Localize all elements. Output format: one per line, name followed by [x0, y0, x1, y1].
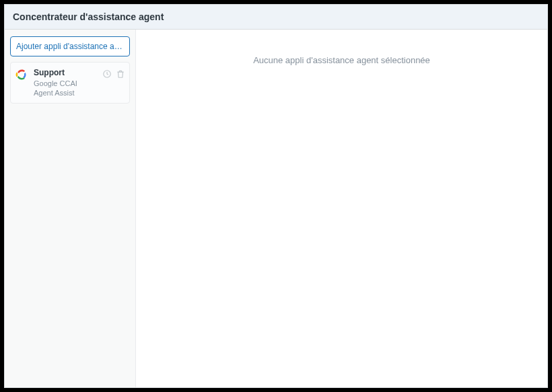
google-cloud-icon	[15, 69, 27, 81]
sidebar: Ajouter appli d'assistance ag... Support…	[5, 30, 136, 387]
panel-body: Ajouter appli d'assistance ag... Support…	[5, 30, 547, 387]
list-item-actions	[102, 69, 125, 79]
history-icon[interactable]	[102, 69, 112, 79]
trash-icon[interactable]	[116, 69, 125, 79]
outer-frame: Concentrateur d'assistance agent Ajouter…	[0, 0, 552, 392]
panel-header: Concentrateur d'assistance agent	[5, 5, 547, 30]
assist-app-list-item[interactable]: Support Google CCAI Agent Assist	[10, 62, 130, 104]
panel-title: Concentrateur d'assistance agent	[13, 11, 164, 22]
main-content: Aucune appli d'assistance agent sélectio…	[136, 30, 547, 387]
list-item-title: Support	[34, 68, 96, 79]
list-item-subtitle: Google CCAI Agent Assist	[34, 79, 96, 98]
list-item-text: Support Google CCAI Agent Assist	[34, 68, 96, 97]
empty-state-message: Aucune appli d'assistance agent sélectio…	[253, 55, 430, 65]
app-window: Concentrateur d'assistance agent Ajouter…	[4, 4, 548, 388]
add-assist-app-button[interactable]: Ajouter appli d'assistance ag...	[10, 36, 130, 56]
